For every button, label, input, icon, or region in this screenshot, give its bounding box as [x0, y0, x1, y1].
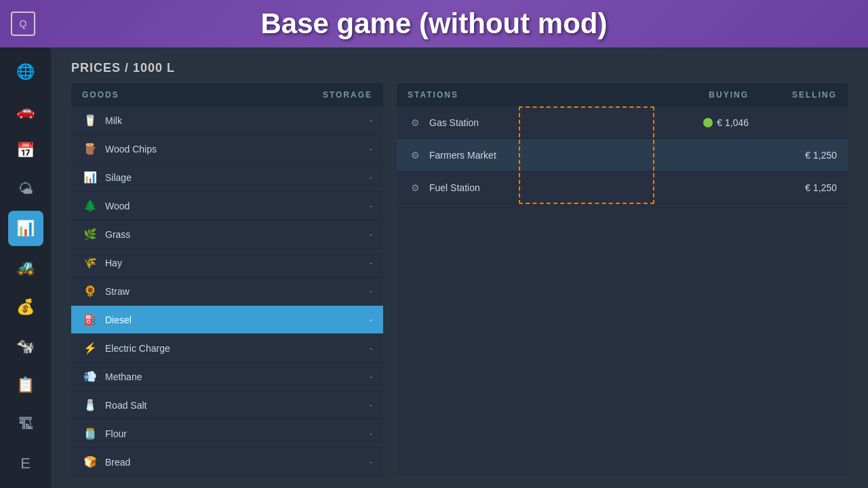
goods-panel: GOODS STORAGE 🥛 Milk - 🪵 Wood Chips - 📊 …: [71, 83, 383, 476]
station-name: Fuel Station: [429, 182, 660, 193]
goods-row[interactable]: 🍞 Bread -: [71, 448, 383, 476]
sidebar-item-globe[interactable]: 🌐: [8, 54, 43, 89]
good-name: Road Salt: [105, 400, 370, 411]
storage-col-header: STORAGE: [323, 90, 372, 100]
good-icon: 🥛: [82, 113, 98, 129]
good-name: Straw: [105, 286, 370, 297]
stations-panel-header: STATIONS BUYING SELLING: [397, 83, 848, 106]
good-icon: 📊: [82, 169, 98, 186]
good-name: Wood Chips: [105, 144, 370, 155]
good-storage: -: [370, 144, 372, 154]
good-storage: -: [370, 229, 372, 239]
goods-row[interactable]: 💨 Methane -: [71, 363, 383, 391]
station-icon: ⚙: [408, 148, 422, 163]
station-row[interactable]: ⚙ Gas Station € 1,046: [397, 106, 848, 139]
good-icon: 🪵: [82, 141, 98, 157]
good-storage: -: [370, 428, 372, 439]
good-storage: -: [370, 371, 372, 382]
goods-list[interactable]: 🥛 Milk - 🪵 Wood Chips - 📊 Silage - 🌲 Woo…: [71, 106, 383, 476]
goods-panel-header: GOODS STORAGE: [71, 83, 383, 106]
sidebar-item-finances[interactable]: 💰: [8, 289, 43, 325]
good-name: Milk: [105, 115, 370, 126]
good-storage: -: [370, 314, 372, 325]
goods-row[interactable]: 🌻 Straw -: [71, 277, 383, 306]
goods-row[interactable]: ⛽ Diesel -: [71, 306, 383, 334]
content-area: PRICES / 1000 L GOODS STORAGE 🥛 Milk - 🪵…: [51, 47, 868, 488]
good-icon: 🌾: [82, 255, 98, 271]
good-name: Flour: [105, 428, 370, 439]
good-icon: 🧂: [82, 397, 98, 413]
goods-row[interactable]: 🥛 Milk -: [71, 106, 383, 135]
stations-panel: STATIONS BUYING SELLING ⚙ Gas Station € …: [397, 83, 848, 476]
good-storage: -: [370, 201, 372, 211]
station-icon: ⚙: [408, 115, 422, 130]
header-icon-label: Q: [20, 18, 27, 29]
panels: GOODS STORAGE 🥛 Milk - 🪵 Wood Chips - 📊 …: [71, 83, 848, 476]
good-icon: 💨: [82, 369, 98, 385]
buying-col-header: BUYING: [660, 90, 749, 100]
goods-row[interactable]: ⚡ Electric Charge -: [71, 334, 383, 363]
sidebar-item-vehicle[interactable]: 🚗: [8, 94, 43, 129]
good-icon: 🫙: [82, 426, 98, 442]
good-storage: -: [370, 258, 372, 268]
station-name: Gas Station: [429, 117, 660, 128]
sidebar-item-stats[interactable]: 📊: [8, 211, 43, 246]
buy-dot: [703, 118, 713, 127]
good-name: Wood: [105, 201, 370, 211]
good-name: Bread: [105, 457, 370, 468]
sidebar-item-weather[interactable]: 🌤: [8, 171, 43, 207]
goods-row[interactable]: 🪵 Wood Chips -: [71, 135, 383, 163]
good-storage: -: [370, 343, 372, 353]
good-name: Diesel: [105, 314, 370, 325]
sidebar-item-tractor[interactable]: 🚜: [8, 250, 43, 285]
good-icon: 🌲: [82, 198, 98, 214]
good-icon: 🍞: [82, 454, 98, 470]
sidebar: 🌐🚗📅🌤📊🚜💰🐄📋🏗E: [0, 47, 51, 488]
good-name: Silage: [105, 172, 370, 183]
good-storage: -: [370, 172, 372, 182]
station-row[interactable]: ⚙ Fuel Station € 1,250: [397, 171, 848, 204]
good-storage: -: [370, 457, 372, 467]
good-storage: -: [370, 400, 372, 410]
goods-col-header: GOODS: [82, 90, 323, 100]
good-name: Hay: [105, 258, 370, 268]
sidebar-item-calendar[interactable]: 📅: [8, 133, 43, 168]
good-icon: 🌻: [82, 283, 98, 300]
good-icon: ⛽: [82, 312, 98, 328]
station-row[interactable]: ⚙ Farmers Market € 1,250: [397, 139, 848, 171]
sidebar-item-missions[interactable]: 📋: [8, 368, 43, 403]
good-name: Electric Charge: [105, 343, 370, 354]
station-selling: € 1,250: [749, 182, 837, 193]
station-name: Farmers Market: [429, 150, 660, 161]
good-icon: 🌿: [82, 226, 98, 243]
goods-row[interactable]: 🌾 Hay -: [71, 249, 383, 277]
stations-list: ⚙ Gas Station € 1,046 ⚙ Farmers Market €…: [397, 106, 848, 476]
good-name: Grass: [105, 229, 370, 240]
goods-row[interactable]: 🧂 Road Salt -: [71, 391, 383, 420]
good-name: Methane: [105, 371, 370, 382]
goods-row[interactable]: 🫙 Flour -: [71, 420, 383, 448]
good-storage: -: [370, 115, 372, 125]
main-layout: 🌐🚗📅🌤📊🚜💰🐄📋🏗E PRICES / 1000 L GOODS STORAG…: [0, 47, 868, 488]
header-title: Base game (without mod): [260, 7, 607, 40]
prices-label: PRICES / 1000 L: [71, 61, 848, 75]
selling-col-header: SELLING: [749, 90, 837, 100]
station-buying: € 1,046: [660, 117, 749, 128]
sidebar-item-animals[interactable]: 🐄: [8, 329, 43, 364]
good-storage: -: [370, 286, 372, 296]
goods-row[interactable]: 🌿 Grass -: [71, 220, 383, 249]
goods-row[interactable]: 🌲 Wood -: [71, 192, 383, 220]
sidebar-item-production[interactable]: 🏗: [8, 407, 43, 442]
good-icon: ⚡: [82, 340, 98, 357]
station-icon: ⚙: [408, 180, 422, 195]
sidebar-item-extra[interactable]: E: [8, 446, 43, 481]
goods-row[interactable]: 📊 Silage -: [71, 163, 383, 192]
stations-col-header: STATIONS: [408, 90, 660, 100]
header-icon: Q: [11, 12, 35, 36]
header: Q Base game (without mod): [0, 0, 868, 47]
station-selling: € 1,250: [749, 150, 837, 161]
